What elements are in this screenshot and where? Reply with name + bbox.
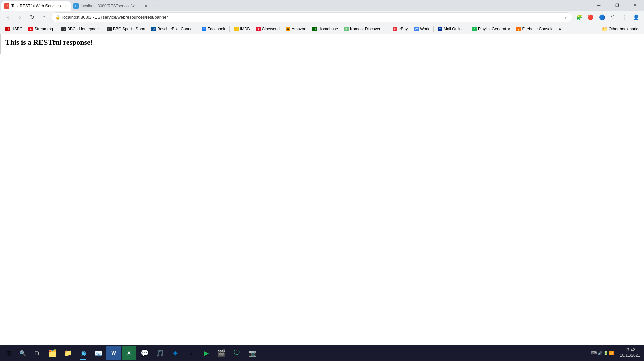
bookmark-label-bbcsport: BBC Sport - Sport [113,27,145,31]
bookmark-favicon-imdb: I [234,27,239,31]
bookmark-bosch[interactable]: ⚙ Bosch eBike Connect [149,25,198,33]
bookmark-label-playlist: Playlist Generator [478,27,510,31]
bookmark-favicon-bosch: ⚙ [151,27,156,31]
bookmark-label-firebase: Firebase Console [522,27,553,31]
title-bar: R Test RESTful Web Services ✕ L localhos… [0,0,644,11]
bookmark-label-bosch: Bosch eBike Connect [157,27,196,31]
tab-title-inactive: localhost:8080/RESTservice/web… [81,4,141,8]
page-content: This is a RESTful response! [0,34,644,345]
bookmark-favicon-amazon: a [286,27,290,31]
bookmark-label-facebook: Facebook [208,27,225,31]
bookmark-ebay[interactable]: e eBay [390,25,410,33]
bookmark-favicon-hsbc: H [5,27,10,31]
tab-favicon-active: R [4,3,9,9]
page-heading: This is a RESTful response! [5,38,639,47]
forward-button[interactable]: › [15,12,25,23]
bookmark-label-ebay: eBay [399,27,408,31]
tab-active[interactable]: R Test RESTful Web Services ✕ [1,1,71,11]
bookmark-imdb[interactable]: I IMDB [231,25,253,33]
bookmark-homebase[interactable]: H Homebase [310,25,341,33]
tab-close-inactive[interactable]: ✕ [143,3,148,9]
other-bookmarks-button[interactable]: 📁 Other bookmarks [600,25,641,33]
bookmark-label-komoot: Komoot Discover |… [350,27,387,31]
bookmark-firebase[interactable]: 🔥 Firebase Console [513,25,556,33]
bookmark-favicon-mail: M [438,27,442,31]
tab-close-active[interactable]: ✕ [63,3,68,9]
restore-button[interactable]: ❐ [609,0,625,11]
bookmark-bbc-homepage[interactable]: B BBC - Homepage [59,25,101,33]
reload-button[interactable]: ↻ [27,12,37,23]
nav-icons: 🧩 🔴 🔵 🛡 ⋮ 👤 [574,12,641,23]
folder-icon: 📁 [602,26,607,32]
bookmark-sep-2 [103,26,103,32]
other-bookmarks-label: Other bookmarks [609,27,639,31]
tab-favicon-inactive: L [73,3,79,9]
shield-nav-icon[interactable]: 🛡 [608,12,619,23]
bookmark-favicon-playlist: ♫ [472,27,477,31]
scrollbar-indicator [0,34,1,54]
bookmark-label-mail: Mail Online [444,27,464,31]
bookmarks-more-button[interactable]: » [557,25,563,33]
tab-title-active: Test RESTful Web Services [11,4,61,8]
bookmark-cineworld[interactable]: ★ Cineworld [253,25,282,33]
lock-icon: 🔒 [55,15,60,20]
bookmark-label-bbc: BBC - Homepage [67,27,99,31]
bookmark-label-amazon: Amazon [292,27,306,31]
bookmark-bbc-sport[interactable]: B BBC Sport - Sport [104,25,148,33]
bookmark-label-imdb: IMDB [240,27,250,31]
bookmark-sep-4 [433,26,434,32]
bookmark-favicon-firebase: 🔥 [516,27,521,31]
bookmark-favicon-ebay: e [393,27,397,31]
back-button[interactable]: ‹ [3,12,13,23]
bookmarks-bar: H HSBC ▶ Streaming B BBC - Homepage B BB… [0,24,644,34]
edge-icon-red[interactable]: 🔴 [585,12,596,23]
nav-bar: ‹ › ↻ ⌂ 🔒 localhost:8080/RESTservice/web… [0,11,644,24]
star-icon[interactable]: ☆ [564,15,568,20]
bookmark-favicon-bbc: B [61,27,66,31]
extensions-icon[interactable]: 🧩 [574,12,584,23]
close-button[interactable]: ✕ [627,0,643,11]
bookmark-label-work: Work [420,27,429,31]
minimize-button[interactable]: ─ [591,0,607,11]
new-tab-button[interactable]: + [152,1,162,11]
url-text: localhost:8080/RESTservice/webresources/… [62,15,562,20]
tab-inactive[interactable]: L localhost:8080/RESTservice/web… ✕ [71,1,151,11]
bookmark-favicon-cineworld: ★ [256,27,261,31]
bookmark-label-hsbc: HSBC [11,27,22,31]
bookmark-streaming[interactable]: ▶ Streaming [26,25,56,33]
bookmark-label-streaming: Streaming [34,27,53,31]
bookmark-komoot[interactable]: K Komoot Discover |… [341,25,389,33]
bookmark-work[interactable]: W Work [411,25,432,33]
window-controls: ─ ❐ ✕ [591,0,643,11]
user-icon[interactable]: 👤 [631,12,641,23]
home-button[interactable]: ⌂ [39,12,50,23]
bookmark-favicon-streaming: ▶ [28,27,33,31]
bookmark-sep-1 [57,26,57,32]
bookmark-hsbc[interactable]: H HSBC [3,25,25,33]
bookmark-playlist[interactable]: ♫ Playlist Generator [469,25,513,33]
tab-strip: R Test RESTful Web Services ✕ L localhos… [1,0,588,11]
bookmark-sep-5 [468,26,468,32]
bookmark-favicon-bbcsport: B [107,27,112,31]
bookmark-favicon-facebook: f [202,27,206,31]
bookmark-mailonline[interactable]: M Mail Online [435,25,466,33]
bookmark-favicon-komoot: K [344,27,349,31]
bookmark-favicon-work: W [414,27,419,31]
settings-icon[interactable]: ⋮ [619,12,630,23]
bookmark-label-homebase: Homebase [318,27,338,31]
address-bar[interactable]: 🔒 localhost:8080/RESTservice/webresource… [51,12,572,22]
bookmark-favicon-homebase: H [312,27,317,31]
bookmark-label-cineworld: Cineworld [262,27,280,31]
bookmark-sep-3 [229,26,230,32]
bookmark-amazon[interactable]: a Amazon [283,25,309,33]
bookmark-facebook[interactable]: f Facebook [199,25,228,33]
edge-icon-blue[interactable]: 🔵 [596,12,607,23]
